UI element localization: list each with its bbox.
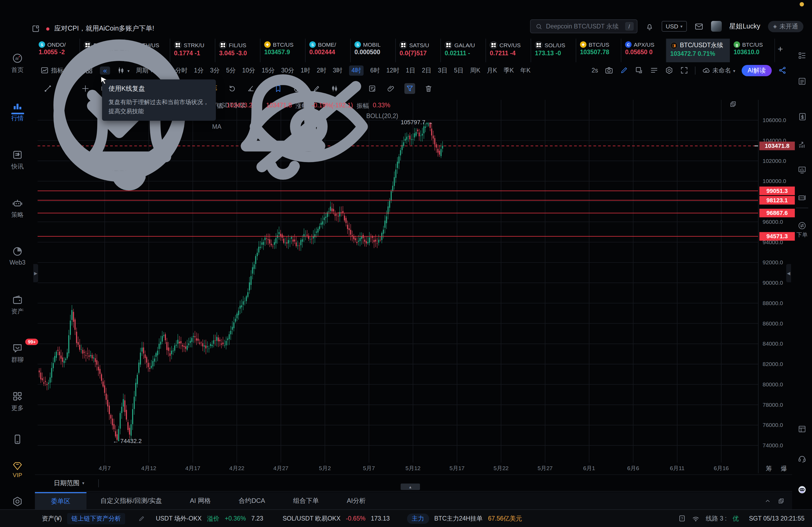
y-axis-label: 84000.0	[763, 341, 783, 347]
x-axis-label: 5月27	[538, 465, 553, 471]
market-trend-icon	[798, 140, 807, 149]
x-axis-label: 4月17	[185, 465, 200, 471]
y-axis-label: 88000.0	[763, 300, 783, 306]
news-feed-button[interactable]	[792, 77, 812, 86]
right-sidebar: ETF下单	[792, 39, 812, 509]
support-headset-icon	[798, 454, 807, 463]
y-axis-label: 106000.0	[763, 117, 786, 123]
clock: SGT 05/13 20:21:55	[749, 515, 804, 522]
bottom-tab-合约DCA[interactable]: 合约DCA	[225, 492, 279, 509]
y-axis-label: 90000.0	[763, 280, 783, 286]
kline-replay-tooltip: 使用K线复盘 复盘有助于理解过去和当前市场状况，提高交易技能	[102, 79, 216, 121]
tooltip-body: 复盘有助于理解过去和当前市场状况，提高交易技能	[108, 98, 209, 116]
y-axis-label: 78000.0	[763, 402, 783, 408]
app-window: 应对CPI，就用AiCoin多账户下单! Deepcoin BTC/USDT 永…	[0, 0, 812, 527]
divider	[98, 479, 99, 487]
funding-icon	[798, 112, 807, 121]
watchlist-button[interactable]	[792, 51, 812, 60]
ohlc-label: 涨幅	[296, 102, 308, 110]
kline-monitor-button[interactable]	[792, 165, 812, 175]
mouse-cursor	[100, 76, 108, 85]
status-bar: 资产(¥) 链上链下资产分析 USDT 场外-OKX 溢价 +0.36% 7.2…	[0, 509, 812, 527]
assets-label[interactable]: 资产(¥)	[42, 514, 62, 523]
date-range-dropdown[interactable]: 日期范围	[54, 479, 79, 487]
ohlc-label: 振幅	[357, 102, 369, 110]
bottom-tab-自定义指标回测实盘[interactable]: 自定义指标/回测/实盘	[86, 492, 176, 509]
chips-axis-button[interactable]: 筹	[766, 465, 772, 473]
svg-text:ETF: ETF	[799, 197, 804, 199]
high-annotation: 105797.7 →	[401, 119, 433, 125]
support-headset-button[interactable]	[792, 454, 812, 463]
sol-change: -0.65%	[346, 515, 365, 522]
y-axis-label: 76000.0	[763, 422, 783, 428]
left-panel-handle[interactable]: ▶	[33, 264, 38, 282]
etf-button[interactable]: ETF	[792, 193, 812, 202]
tooltip-title: 使用K线复盘	[108, 84, 209, 93]
bottom-tab-组合下单[interactable]: 组合下单	[279, 492, 333, 509]
bottom-tab-bar: 委单区自定义指标/回测/实盘AI 网格合约DCA组合下单AI分析	[35, 492, 792, 509]
collapse-panel-button[interactable]: ▲	[401, 483, 420, 490]
x-axis-label: 6月1	[583, 465, 595, 471]
premium-value: +0.36%	[225, 515, 246, 522]
window-restore-icon[interactable]	[729, 100, 737, 108]
y-axis-label: 102000.0	[763, 158, 786, 164]
legend-ma[interactable]: MA	[212, 123, 221, 130]
y-axis-label: 80000.0	[763, 381, 783, 388]
order-exchange-button[interactable]: 下单	[792, 221, 812, 239]
news-feed-icon	[798, 77, 807, 86]
layout-panel-button[interactable]	[792, 424, 812, 434]
x-axis-label: 5月12	[405, 465, 420, 471]
y-axis-label: 92000.0	[763, 259, 783, 266]
burst-axis-button[interactable]: 爆	[781, 465, 787, 473]
ai-assistant-button[interactable]	[792, 485, 812, 494]
popout-panel-icon[interactable]	[778, 497, 785, 504]
layout-panel-icon	[798, 424, 807, 434]
y-axis-label: 96000.0	[763, 219, 783, 225]
x-axis-label: 5月22	[494, 465, 509, 471]
alert-bell-icon[interactable]	[48, 46, 209, 207]
y-axis-label: 82000.0	[763, 361, 783, 367]
expand-panel-icon[interactable]	[764, 497, 771, 504]
ohlc-label: 低	[217, 102, 223, 110]
ohlc-value: 0.33%	[373, 102, 390, 110]
divider	[796, 208, 808, 208]
x-axis-label: 5月7	[363, 465, 375, 471]
svg-text:?: ?	[681, 516, 683, 521]
x-axis-label: 6月11	[670, 465, 684, 471]
help-icon[interactable]: ?	[678, 515, 686, 522]
svg-text:98123.1: 98123.1	[766, 197, 788, 204]
low-annotation: ← 74432.2	[113, 438, 142, 445]
y-axis-label: 74000.0	[763, 442, 783, 448]
right-panel-handle[interactable]: ◀	[786, 264, 791, 282]
orders-label[interactable]: BTC主力24H挂单	[434, 514, 482, 523]
x-axis-label: 4月22	[229, 465, 244, 471]
x-axis-label: 4月12	[141, 465, 156, 471]
ohlc-label: 收	[256, 102, 262, 110]
y-axis-label: 100000.0	[763, 178, 786, 184]
ohlc-value: 103471.8	[266, 102, 292, 110]
bottom-tab-委单区[interactable]: 委单区	[35, 492, 86, 509]
orders-value: 67.56亿美元	[488, 514, 522, 523]
svg-text:99051.3: 99051.3	[766, 187, 788, 194]
chevron-down-icon: ▾	[82, 481, 84, 485]
usdt-price: 7.23	[251, 515, 263, 522]
sol-label[interactable]: SOL/USDT 欧易OKX	[282, 514, 340, 523]
network-wifi-icon[interactable]	[692, 514, 700, 523]
line-label[interactable]: 线路 3 :	[706, 514, 727, 523]
asset-analysis-link[interactable]: 链上链下资产分析	[67, 513, 125, 524]
funding-button[interactable]	[792, 112, 812, 121]
premium-label: 溢价	[207, 514, 219, 523]
usdt-otc-label[interactable]: USDT 场外-OKX	[156, 514, 202, 523]
ohlc-value: 103423.2	[227, 102, 252, 110]
main-force-badge[interactable]: 主力	[407, 513, 429, 524]
svg-text:94571.3: 94571.3	[766, 233, 788, 240]
edit-pencil-icon[interactable]	[138, 515, 145, 522]
svg-text:103471.8: 103471.8	[765, 142, 789, 149]
ohlc-value: -0.19%(-192.1)	[312, 102, 353, 110]
order-exchange-icon	[798, 221, 807, 230]
eye-off-icon[interactable]	[229, 46, 390, 207]
x-axis-label: 6月6	[627, 465, 639, 471]
market-trend-button[interactable]	[792, 140, 812, 149]
bottom-tab-AI分析[interactable]: AI分析	[333, 492, 380, 509]
bottom-tab-AI网格[interactable]: AI 网格	[176, 492, 224, 509]
